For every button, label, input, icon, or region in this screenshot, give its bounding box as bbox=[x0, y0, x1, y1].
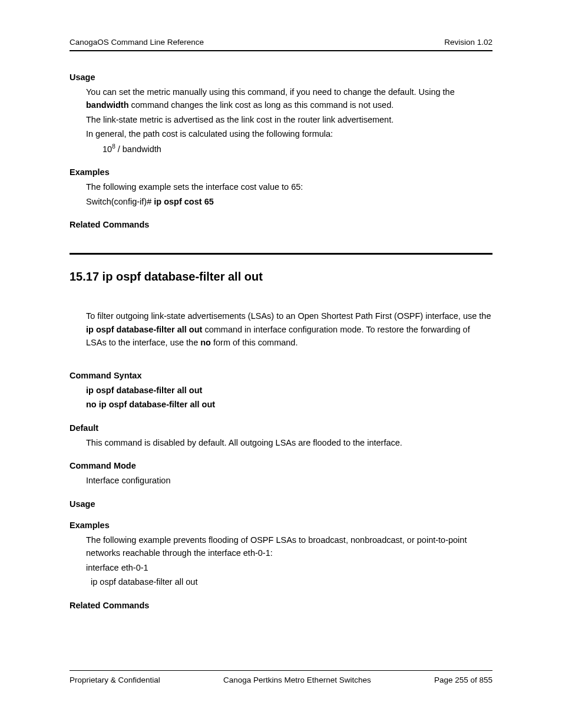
examples-p1: The following example sets the interface… bbox=[86, 180, 492, 193]
text: form of this command. bbox=[211, 338, 297, 347]
text: command changes the link cost as long as… bbox=[129, 100, 394, 110]
related-heading: Related Commands bbox=[70, 220, 492, 229]
usage2-section: Usage bbox=[70, 499, 492, 509]
bandwidth-keyword: bandwidth bbox=[86, 100, 129, 110]
command-title: 15.17 ip ospf database-filter all out bbox=[70, 270, 492, 284]
syntax-section: Command Syntax ip ospf database-filter a… bbox=[70, 371, 492, 411]
no-keyword: no bbox=[200, 338, 211, 347]
page-content: CanogaOS Command Line Reference Revision… bbox=[0, 0, 562, 610]
examples2-section: Examples The following example prevents … bbox=[70, 521, 492, 589]
page-footer: Proprietary & Confidential Canoga Pertki… bbox=[70, 670, 492, 684]
text: To filter outgoing link-state advertisem… bbox=[86, 311, 491, 321]
usage-section: Usage You can set the metric manually us… bbox=[70, 73, 492, 156]
related2-section: Related Commands bbox=[70, 601, 492, 610]
usage-p3: In general, the path cost is calculated … bbox=[86, 127, 492, 140]
page-header: CanogaOS Command Line Reference Revision… bbox=[70, 38, 492, 51]
footer-right: Page 255 of 855 bbox=[434, 676, 492, 684]
footer-left: Proprietary & Confidential bbox=[70, 676, 160, 684]
examples-section: Examples The following example sets the … bbox=[70, 167, 492, 208]
header-right: Revision 1.02 bbox=[444, 38, 492, 47]
formula: 108 / bandwidth bbox=[103, 142, 492, 156]
usage-p2: The link-state metric is advertised as t… bbox=[86, 113, 492, 126]
footer-center: Canoga Pertkins Metro Ethernet Switches bbox=[223, 676, 371, 684]
usage-p1: You can set the metric manually using th… bbox=[86, 85, 492, 112]
examples2-p2: interface eth-0-1 bbox=[86, 561, 492, 574]
syntax-heading: Command Syntax bbox=[70, 371, 492, 380]
examples-p2: Switch(config-if)# ip ospf cost 65 bbox=[86, 195, 492, 208]
related-section: Related Commands bbox=[70, 220, 492, 229]
header-left: CanogaOS Command Line Reference bbox=[70, 38, 204, 47]
usage-heading: Usage bbox=[70, 73, 492, 82]
usage-body: You can set the metric manually using th… bbox=[86, 85, 492, 141]
formula-base: 10 bbox=[103, 144, 112, 154]
syntax-body: ip ospf database-filter all out no ip os… bbox=[86, 384, 492, 411]
mode-section: Command Mode Interface configuration bbox=[70, 461, 492, 487]
default-heading: Default bbox=[70, 423, 492, 433]
intro-paragraph: To filter outgoing link-state advertisem… bbox=[86, 309, 492, 349]
text: You can set the metric manually using th… bbox=[86, 87, 455, 97]
mode-heading: Command Mode bbox=[70, 461, 492, 470]
default-body: This command is disabled by default. All… bbox=[86, 436, 492, 449]
syntax-line-1: ip ospf database-filter all out bbox=[86, 384, 492, 397]
formula-rest: / bandwidth bbox=[115, 144, 161, 154]
examples2-p3: ip ospf database-filter all out bbox=[86, 575, 492, 588]
command-text: ip ospf cost 65 bbox=[154, 197, 214, 206]
section-divider bbox=[70, 253, 492, 255]
examples2-p1: The following example prevents flooding … bbox=[86, 533, 492, 560]
default-section: Default This command is disabled by defa… bbox=[70, 423, 492, 449]
cmd-keyword: ip ospf database-filter all out bbox=[86, 325, 202, 334]
examples-heading: Examples bbox=[70, 167, 492, 177]
examples2-heading: Examples bbox=[70, 521, 492, 530]
prompt-text: Switch(config-if)# bbox=[86, 197, 154, 206]
mode-p1: Interface configuration bbox=[86, 474, 492, 487]
examples-body: The following example sets the interface… bbox=[86, 180, 492, 208]
related2-heading: Related Commands bbox=[70, 601, 492, 610]
syntax-line-2: no ip ospf database-filter all out bbox=[86, 398, 492, 411]
mode-body: Interface configuration bbox=[86, 474, 492, 487]
default-p1: This command is disabled by default. All… bbox=[86, 436, 492, 449]
usage2-heading: Usage bbox=[70, 499, 492, 509]
examples2-body: The following example prevents flooding … bbox=[86, 533, 492, 589]
